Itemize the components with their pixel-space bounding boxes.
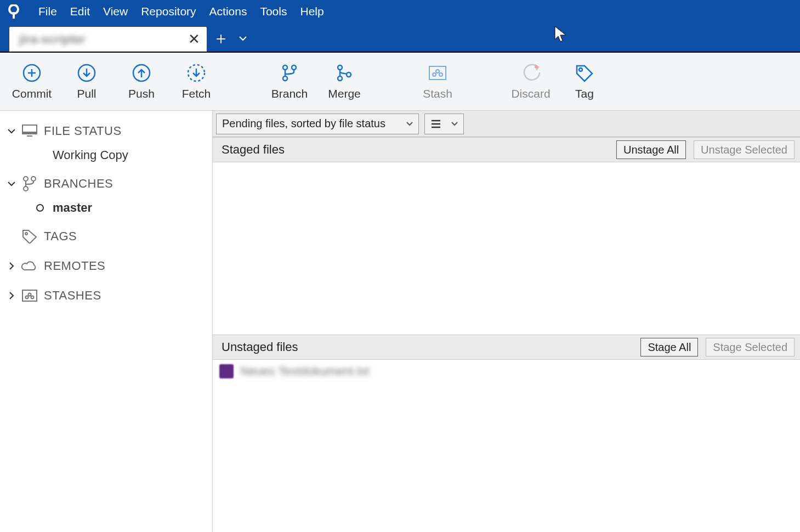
svg-point-21 — [24, 186, 28, 191]
svg-rect-2 — [13, 12, 15, 19]
fetch-button[interactable]: Fetch — [169, 53, 224, 110]
branch-icon — [21, 176, 38, 192]
staged-files-list — [213, 162, 800, 335]
list-icon — [430, 120, 441, 128]
file-type-icon — [219, 364, 234, 378]
cursor-icon — [554, 25, 567, 43]
svg-point-16 — [439, 73, 442, 76]
chevron-down-icon — [451, 122, 458, 126]
stash-icon — [428, 63, 447, 83]
svg-point-9 — [292, 65, 296, 70]
menu-help[interactable]: Help — [300, 5, 324, 18]
svg-point-28 — [31, 296, 34, 299]
menu-view[interactable]: View — [103, 5, 128, 18]
tag-button[interactable]: Tag — [558, 53, 611, 110]
sidebar-item-working-copy[interactable]: Working Copy — [8, 144, 212, 167]
chevron-down-icon — [406, 122, 413, 126]
stage-all-button[interactable]: Stage All — [640, 338, 698, 356]
svg-point-8 — [283, 65, 287, 70]
svg-point-11 — [338, 76, 342, 81]
merge-button[interactable]: Merge — [317, 53, 372, 110]
file-row[interactable]: Neues Textdokument.txt — [213, 360, 800, 383]
cloud-icon — [21, 260, 38, 272]
tag-icon — [21, 229, 38, 244]
sidebar-section-remotes[interactable]: REMOTES — [8, 253, 212, 279]
toolbar: Commit Pull Push Fetch Branch Merge Stas… — [0, 53, 800, 111]
commit-button[interactable]: Commit — [4, 53, 59, 110]
plus-circle-icon — [22, 63, 42, 83]
menu-repository[interactable]: Repository — [141, 5, 196, 18]
unstaged-files-list: Neues Textdokument.txt — [213, 360, 800, 532]
sidebar: FILE STATUS Working Copy BRANCHES master… — [0, 111, 213, 532]
current-branch-dot-icon — [36, 204, 44, 212]
menu-actions[interactable]: Actions — [209, 5, 247, 18]
new-tab-button[interactable] — [207, 26, 235, 52]
svg-point-24 — [25, 233, 27, 235]
stash-icon — [21, 289, 38, 302]
repo-tab-name: jira-scripter — [19, 32, 86, 47]
svg-point-15 — [436, 70, 439, 73]
stash-button[interactable]: Stash — [410, 53, 465, 110]
menu-bar: File Edit View Repository Actions Tools … — [0, 0, 800, 23]
branch-button[interactable]: Branch — [262, 53, 317, 110]
pull-button[interactable]: Pull — [59, 53, 114, 110]
sidebar-section-branches[interactable]: BRANCHES — [8, 171, 212, 196]
svg-point-1 — [12, 8, 15, 11]
tab-bar: jira-scripter ✕ — [0, 23, 800, 53]
menu-file[interactable]: File — [38, 5, 57, 18]
close-tab-icon[interactable]: ✕ — [188, 31, 200, 48]
merge-icon — [334, 63, 354, 83]
refresh-dashed-icon — [186, 63, 206, 83]
unstage-all-button[interactable]: Unstage All — [616, 140, 686, 159]
sidebar-section-file-status[interactable]: FILE STATUS — [8, 118, 212, 144]
sidebar-section-stashes[interactable]: STASHES — [8, 283, 212, 308]
view-mode-dropdown[interactable] — [424, 114, 464, 134]
discard-icon — [521, 63, 541, 83]
svg-point-26 — [26, 296, 29, 299]
main-panel: Pending files, sorted by file status Sta… — [213, 111, 800, 532]
branch-icon — [280, 63, 299, 83]
repo-tab[interactable]: jira-scripter ✕ — [9, 26, 207, 52]
svg-point-18 — [579, 68, 582, 71]
menu-edit[interactable]: Edit — [70, 5, 90, 18]
svg-point-27 — [29, 293, 31, 296]
sidebar-section-tags[interactable]: TAGS — [8, 224, 212, 249]
app-logo-icon — [0, 4, 27, 19]
svg-point-23 — [31, 177, 36, 181]
svg-point-14 — [433, 73, 436, 76]
down-circle-icon — [77, 63, 97, 83]
svg-rect-20 — [22, 132, 37, 134]
monitor-icon — [21, 124, 38, 138]
chevron-down-icon — [8, 181, 15, 186]
push-button[interactable]: Push — [114, 53, 169, 110]
chevron-right-icon — [8, 262, 15, 270]
stage-selected-button[interactable]: Stage Selected — [706, 338, 795, 356]
tab-dropdown-icon[interactable] — [235, 26, 251, 52]
svg-point-22 — [24, 177, 28, 181]
file-filter-dropdown[interactable]: Pending files, sorted by file status — [216, 114, 419, 134]
tag-icon — [575, 63, 594, 83]
sidebar-item-master[interactable]: master — [8, 196, 212, 219]
unstage-selected-button[interactable]: Unstage Selected — [694, 140, 795, 159]
up-circle-icon — [132, 63, 151, 83]
unstaged-header: Unstaged files Stage All Stage Selected — [213, 335, 800, 360]
discard-button[interactable]: Discard — [503, 53, 558, 110]
svg-point-17 — [535, 65, 538, 69]
staged-header: Staged files Unstage All Unstage Selecte… — [213, 137, 800, 162]
svg-point-7 — [283, 76, 287, 81]
filter-row: Pending files, sorted by file status — [213, 111, 800, 137]
svg-point-10 — [338, 65, 342, 70]
menu-tools[interactable]: Tools — [260, 5, 287, 18]
chevron-right-icon — [8, 292, 15, 299]
chevron-down-icon — [8, 128, 15, 134]
